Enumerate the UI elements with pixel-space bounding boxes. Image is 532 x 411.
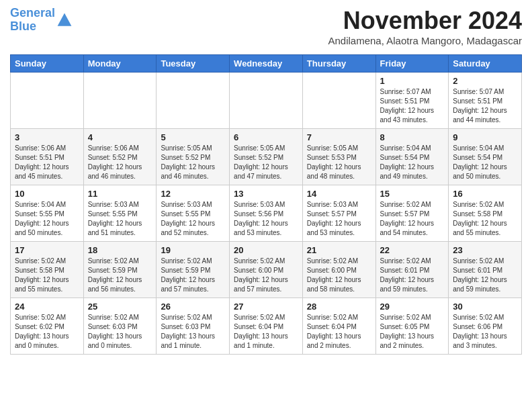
day-info: Sunrise: 5:02 AM Sunset: 5:59 PM Dayligh… (161, 257, 225, 294)
day-number: 4 (88, 132, 152, 142)
calendar-cell: 14Sunrise: 5:03 AM Sunset: 5:57 PM Dayli… (302, 185, 375, 242)
day-info: Sunrise: 5:02 AM Sunset: 6:06 PM Dayligh… (453, 313, 517, 351)
logo-text: General Blue (10, 7, 55, 34)
day-number: 11 (88, 189, 152, 199)
day-info: Sunrise: 5:06 AM Sunset: 5:51 PM Dayligh… (15, 144, 79, 181)
weekday-header-monday: Monday (83, 55, 157, 73)
day-number: 21 (307, 245, 371, 255)
calendar-week-row: 24Sunrise: 5:02 AM Sunset: 6:02 PM Dayli… (11, 298, 522, 355)
day-info: Sunrise: 5:02 AM Sunset: 5:58 PM Dayligh… (453, 200, 517, 238)
day-info: Sunrise: 5:02 AM Sunset: 6:00 PM Dayligh… (234, 257, 298, 294)
day-number: 18 (88, 245, 152, 255)
day-number: 1 (380, 76, 445, 86)
logo-blue: Blue (10, 19, 36, 33)
calendar-cell: 19Sunrise: 5:02 AM Sunset: 5:59 PM Dayli… (157, 242, 230, 298)
calendar-cell (157, 73, 230, 129)
day-number: 8 (380, 132, 445, 142)
calendar-cell (11, 73, 84, 129)
calendar-cell (230, 73, 303, 129)
month-title: November 2024 (328, 7, 522, 35)
day-number: 26 (161, 302, 225, 312)
day-number: 28 (307, 302, 371, 312)
location-subtitle: Andilamena, Alaotra Mangoro, Madagascar (328, 35, 522, 46)
calendar-cell: 15Sunrise: 5:02 AM Sunset: 5:57 PM Dayli… (375, 185, 449, 242)
day-info: Sunrise: 5:02 AM Sunset: 6:01 PM Dayligh… (453, 257, 517, 294)
day-number: 20 (234, 245, 298, 255)
calendar-cell: 26Sunrise: 5:02 AM Sunset: 6:03 PM Dayli… (157, 298, 230, 355)
day-info: Sunrise: 5:07 AM Sunset: 5:51 PM Dayligh… (453, 87, 517, 125)
calendar-cell: 20Sunrise: 5:02 AM Sunset: 6:00 PM Dayli… (230, 242, 303, 298)
calendar-cell: 23Sunrise: 5:02 AM Sunset: 6:01 PM Dayli… (449, 242, 522, 298)
logo: General Blue (10, 7, 73, 34)
day-info: Sunrise: 5:05 AM Sunset: 5:52 PM Dayligh… (234, 144, 298, 181)
day-info: Sunrise: 5:02 AM Sunset: 6:04 PM Dayligh… (307, 313, 371, 351)
day-number: 3 (15, 132, 79, 142)
title-section: November 2024 Andilamena, Alaotra Mangor… (328, 7, 522, 50)
day-number: 2 (453, 76, 517, 86)
calendar-cell: 4Sunrise: 5:06 AM Sunset: 5:52 PM Daylig… (83, 129, 157, 185)
day-info: Sunrise: 5:04 AM Sunset: 5:54 PM Dayligh… (453, 144, 517, 181)
day-info: Sunrise: 5:03 AM Sunset: 5:57 PM Dayligh… (307, 200, 371, 238)
calendar-cell: 3Sunrise: 5:06 AM Sunset: 5:51 PM Daylig… (11, 129, 84, 185)
day-number: 6 (234, 132, 298, 142)
calendar-table: SundayMondayTuesdayWednesdayThursdayFrid… (10, 54, 522, 355)
day-info: Sunrise: 5:02 AM Sunset: 5:59 PM Dayligh… (88, 257, 152, 294)
calendar-cell: 10Sunrise: 5:04 AM Sunset: 5:55 PM Dayli… (11, 185, 84, 242)
day-info: Sunrise: 5:04 AM Sunset: 5:54 PM Dayligh… (380, 144, 445, 181)
calendar-cell: 8Sunrise: 5:04 AM Sunset: 5:54 PM Daylig… (375, 129, 449, 185)
day-number: 19 (161, 245, 225, 255)
day-number: 15 (380, 189, 445, 199)
calendar-cell: 22Sunrise: 5:02 AM Sunset: 6:01 PM Dayli… (375, 242, 449, 298)
day-info: Sunrise: 5:07 AM Sunset: 5:51 PM Dayligh… (380, 87, 445, 125)
day-info: Sunrise: 5:05 AM Sunset: 5:52 PM Dayligh… (161, 144, 225, 181)
calendar-cell: 6Sunrise: 5:05 AM Sunset: 5:52 PM Daylig… (230, 129, 303, 185)
day-number: 5 (161, 132, 225, 142)
svg-marker-0 (58, 13, 72, 26)
calendar-cell: 25Sunrise: 5:02 AM Sunset: 6:03 PM Dayli… (83, 298, 157, 355)
calendar-cell: 16Sunrise: 5:02 AM Sunset: 5:58 PM Dayli… (449, 185, 522, 242)
day-number: 30 (453, 302, 517, 312)
calendar-cell: 17Sunrise: 5:02 AM Sunset: 5:58 PM Dayli… (11, 242, 84, 298)
weekday-header-sunday: Sunday (11, 55, 84, 73)
day-info: Sunrise: 5:06 AM Sunset: 5:52 PM Dayligh… (88, 144, 152, 181)
calendar-cell: 21Sunrise: 5:02 AM Sunset: 6:00 PM Dayli… (302, 242, 375, 298)
weekday-header-thursday: Thursday (302, 55, 375, 73)
calendar-cell: 28Sunrise: 5:02 AM Sunset: 6:04 PM Dayli… (302, 298, 375, 355)
calendar-cell: 13Sunrise: 5:03 AM Sunset: 5:56 PM Dayli… (230, 185, 303, 242)
weekday-header-tuesday: Tuesday (157, 55, 230, 73)
weekday-header-friday: Friday (375, 55, 449, 73)
day-number: 23 (453, 245, 517, 255)
calendar-cell: 29Sunrise: 5:02 AM Sunset: 6:05 PM Dayli… (375, 298, 449, 355)
day-info: Sunrise: 5:02 AM Sunset: 6:05 PM Dayligh… (380, 313, 445, 351)
day-number: 25 (88, 302, 152, 312)
day-info: Sunrise: 5:05 AM Sunset: 5:53 PM Dayligh… (307, 144, 371, 181)
day-info: Sunrise: 5:03 AM Sunset: 5:56 PM Dayligh… (234, 200, 298, 238)
day-info: Sunrise: 5:04 AM Sunset: 5:55 PM Dayligh… (15, 200, 79, 238)
day-info: Sunrise: 5:03 AM Sunset: 5:55 PM Dayligh… (161, 200, 225, 238)
day-number: 7 (307, 132, 371, 142)
calendar-week-row: 10Sunrise: 5:04 AM Sunset: 5:55 PM Dayli… (11, 185, 522, 242)
calendar-cell: 2Sunrise: 5:07 AM Sunset: 5:51 PM Daylig… (449, 73, 522, 129)
calendar-cell: 1Sunrise: 5:07 AM Sunset: 5:51 PM Daylig… (375, 73, 449, 129)
weekday-header-saturday: Saturday (449, 55, 522, 73)
day-number: 29 (380, 302, 445, 312)
day-info: Sunrise: 5:03 AM Sunset: 5:55 PM Dayligh… (88, 200, 152, 238)
calendar-cell (302, 73, 375, 129)
day-info: Sunrise: 5:02 AM Sunset: 5:57 PM Dayligh… (380, 200, 445, 238)
weekday-header-wednesday: Wednesday (230, 55, 303, 73)
calendar-cell: 24Sunrise: 5:02 AM Sunset: 6:02 PM Dayli… (11, 298, 84, 355)
calendar-cell: 7Sunrise: 5:05 AM Sunset: 5:53 PM Daylig… (302, 129, 375, 185)
calendar-week-row: 1Sunrise: 5:07 AM Sunset: 5:51 PM Daylig… (11, 73, 522, 129)
day-number: 17 (15, 245, 79, 255)
calendar-week-row: 3Sunrise: 5:06 AM Sunset: 5:51 PM Daylig… (11, 129, 522, 185)
logo-icon (56, 12, 73, 28)
day-info: Sunrise: 5:02 AM Sunset: 6:03 PM Dayligh… (88, 313, 152, 351)
day-number: 14 (307, 189, 371, 199)
day-number: 9 (453, 132, 517, 142)
day-number: 22 (380, 245, 445, 255)
day-info: Sunrise: 5:02 AM Sunset: 6:00 PM Dayligh… (307, 257, 371, 294)
calendar-cell: 18Sunrise: 5:02 AM Sunset: 5:59 PM Dayli… (83, 242, 157, 298)
calendar-cell (83, 73, 157, 129)
day-number: 10 (15, 189, 79, 199)
day-info: Sunrise: 5:02 AM Sunset: 6:04 PM Dayligh… (234, 313, 298, 351)
